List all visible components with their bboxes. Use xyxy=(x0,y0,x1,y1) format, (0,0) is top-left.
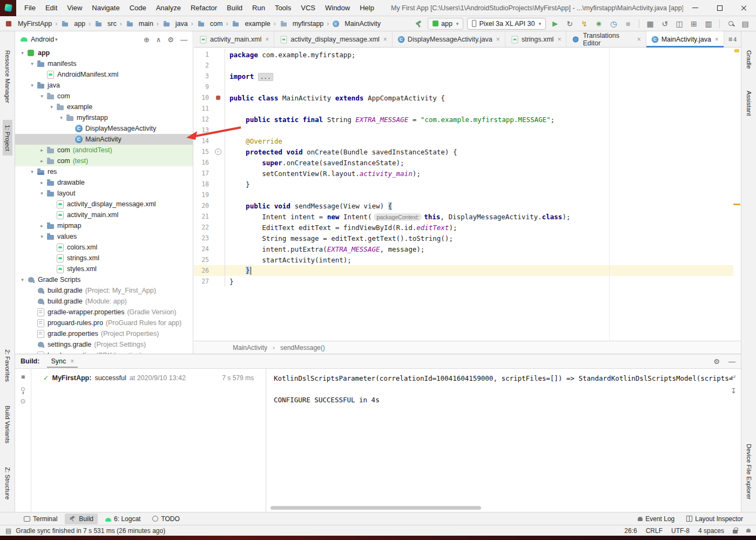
tool-button-resource-manager[interactable]: Resource Manager xyxy=(3,45,12,108)
locate-file-button[interactable]: ⊕ xyxy=(144,36,150,44)
class-marker-icon[interactable] xyxy=(216,96,220,100)
menu-run[interactable]: Run xyxy=(247,0,270,16)
tab-close-icon[interactable]: × xyxy=(557,36,561,43)
run-config-select[interactable]: app ▾ xyxy=(428,18,463,30)
menu-help[interactable]: Help xyxy=(355,0,379,16)
tool-window-switcher-icon[interactable]: ▤ xyxy=(5,527,11,535)
tab-close-icon[interactable]: × xyxy=(70,357,74,365)
menu-window[interactable]: Window xyxy=(320,0,355,16)
crumb-myfirstapp[interactable]: MyFirstApp xyxy=(3,18,53,29)
crumb-main[interactable]: main xyxy=(124,18,154,29)
filter-icon[interactable]: ⊙ xyxy=(20,397,25,405)
tree-item-gradle-scripts[interactable]: ▾Gradle Scripts xyxy=(15,274,193,285)
device-manager-button[interactable]: ▦ xyxy=(645,18,656,30)
tool-button-todo[interactable]: TODO xyxy=(148,514,184,524)
crumb-mainactivity[interactable]: CMainActivity xyxy=(331,19,382,29)
tree-item-build-gradle-module-app[interactable]: build.gradle (Module: app) xyxy=(15,296,193,307)
build-console[interactable]: KotlinDslScriptsParameter(correlationId=… xyxy=(266,369,741,512)
tree-item-values[interactable]: ▾values xyxy=(15,231,193,242)
tree-item-activity-display-message-xml[interactable]: activity_display_message.xml xyxy=(15,199,193,210)
soft-wrap-icon[interactable]: ↵ xyxy=(731,373,737,381)
status-message[interactable]: Gradle sync finished in 7 s 531 ms (26 m… xyxy=(16,527,165,535)
menu-file[interactable]: File xyxy=(19,0,40,16)
tool-button-assistant[interactable]: Assistant xyxy=(744,86,754,121)
tree-item-layout[interactable]: ▾layout xyxy=(15,188,193,199)
tool-button-device-file-explorer[interactable]: Device File Explorer xyxy=(744,439,754,504)
tab-close-icon[interactable]: × xyxy=(383,36,387,43)
crumb-app[interactable]: app xyxy=(59,18,86,29)
tab-displaymessageactivity-java[interactable]: CDisplayMessageActivity.java× xyxy=(393,31,505,47)
hide-panel-button[interactable]: — xyxy=(180,36,187,44)
tree-item-activity-main-xml[interactable]: activity_main.xml xyxy=(15,210,193,220)
tree-item-strings-xml[interactable]: strings.xml xyxy=(15,253,193,264)
hidden-tabs-button[interactable]: ≡ 4 xyxy=(724,31,741,47)
tool-windows-button[interactable]: ▤ xyxy=(740,18,751,30)
tree-item-androidmanifest-xml[interactable]: AndroidManifest.xml xyxy=(15,69,193,80)
line-separator[interactable]: CRLF xyxy=(646,527,663,535)
project-view-mode[interactable]: Android xyxy=(31,36,54,43)
menu-navigate[interactable]: Navigate xyxy=(87,0,124,16)
editor-scrollbar[interactable] xyxy=(733,48,741,341)
menu-tools[interactable]: Tools xyxy=(270,0,296,16)
tree-item-myfirstapp[interactable]: ▾myfirstapp xyxy=(15,112,193,123)
tool-button-event-log[interactable]: Event Log xyxy=(633,514,679,524)
stop-button[interactable]: ■ xyxy=(623,18,633,30)
hide-panel-button[interactable]: — xyxy=(728,357,735,366)
sdk-manager-button[interactable]: ⊞ xyxy=(688,18,699,30)
build-hammer-button[interactable] xyxy=(413,18,424,30)
crumb-src[interactable]: src xyxy=(93,18,118,29)
pin-icon[interactable] xyxy=(21,387,25,391)
tab-close-icon[interactable]: × xyxy=(715,36,719,43)
tool-button-layout-inspector[interactable]: Layout Inspector xyxy=(682,514,747,524)
tree-item-manifests[interactable]: ▾manifests xyxy=(15,58,193,69)
menu-build[interactable]: Build xyxy=(222,0,247,16)
code-editor[interactable]: 1package com.example.myfirstapp;23import… xyxy=(194,48,733,341)
run-button[interactable]: ▶ xyxy=(550,18,561,30)
crumb-java[interactable]: java xyxy=(161,18,189,29)
tree-item-styles-xml[interactable]: styles.xml xyxy=(15,264,193,274)
caret-position[interactable]: 26:6 xyxy=(624,527,637,535)
tree-item-app[interactable]: ▾app xyxy=(15,48,193,58)
stop-icon[interactable]: ■ xyxy=(21,373,25,381)
collapse-all-button[interactable]: ∧ xyxy=(156,36,161,44)
tool-button-2-favorites[interactable]: 2: Favorites xyxy=(3,345,12,387)
tool-button-build[interactable]: Build xyxy=(65,514,98,524)
device-select[interactable]: Pixel 3a XL API 30 ▾ xyxy=(467,18,546,30)
tree-item-mipmap[interactable]: ▸mipmap xyxy=(15,220,193,231)
breadcrumb-sendmessage[interactable]: sendMessage() xyxy=(280,344,325,352)
tree-item-settings-gradle-project-settings[interactable]: settings.gradle (Project Settings) xyxy=(15,339,193,350)
tab-mainactivity-java[interactable]: CMainActivity.java× xyxy=(646,31,724,47)
tree-item-build-gradle-project-my-first-app[interactable]: build.gradle (Project: My_First_App) xyxy=(15,285,193,296)
tab-sync[interactable]: Sync × xyxy=(47,355,78,368)
tool-button-terminal[interactable]: Terminal xyxy=(19,514,62,524)
tree-item-gradle-properties-project-properties[interactable]: gradle.properties (Project Properties) xyxy=(15,328,193,339)
tree-item-proguard-rules-pro-proguard-rules-for-app[interactable]: proguard-rules.pro (ProGuard Rules for a… xyxy=(15,318,193,328)
tree-item-colors-xml[interactable]: colors.xml xyxy=(15,242,193,253)
profiler-button[interactable]: ◷ xyxy=(608,18,619,30)
tree-item-com-androidtest[interactable]: ▸com (androidTest) xyxy=(15,145,193,156)
tab-strings-xml[interactable]: strings.xml× xyxy=(505,31,567,47)
tool-button-1-project[interactable]: 1: Project xyxy=(3,120,12,156)
notifications-bell-icon[interactable] xyxy=(746,529,751,532)
horizontal-scrollbar[interactable] xyxy=(271,506,481,510)
indent-setting[interactable]: 4 spaces xyxy=(698,527,724,535)
minimize-button[interactable] xyxy=(683,0,707,16)
tool-button-gradle[interactable]: Gradle xyxy=(744,45,754,74)
crumb-example[interactable]: example xyxy=(230,18,271,29)
debug-button[interactable]: ◉ xyxy=(593,18,604,30)
crumb-myfirstapp[interactable]: myfirstapp xyxy=(278,18,325,29)
file-encoding[interactable]: UTF-8 xyxy=(671,527,690,535)
tree-item-com[interactable]: ▾com xyxy=(15,91,193,102)
search-everywhere-button[interactable] xyxy=(725,18,736,30)
tab-close-icon[interactable]: × xyxy=(265,36,269,43)
apply-code-changes-button[interactable]: ↯ xyxy=(579,18,590,30)
tool-button-build-variants[interactable]: Build Variants xyxy=(3,401,12,448)
tab-activity-main-xml[interactable]: activity_main.xml× xyxy=(194,31,274,47)
tree-item-local-properties-sdk-location[interactable]: local.properties (SDK Location) xyxy=(15,350,193,354)
tab-translations-editor[interactable]: Translations Editor× xyxy=(566,31,646,47)
tree-item-mainactivity[interactable]: CMainActivity xyxy=(15,134,193,145)
scroll-to-end-icon[interactable]: ↧ xyxy=(731,387,737,395)
menu-vcs[interactable]: VCS xyxy=(296,0,320,16)
close-button[interactable] xyxy=(732,0,756,16)
menu-edit[interactable]: Edit xyxy=(40,0,62,16)
